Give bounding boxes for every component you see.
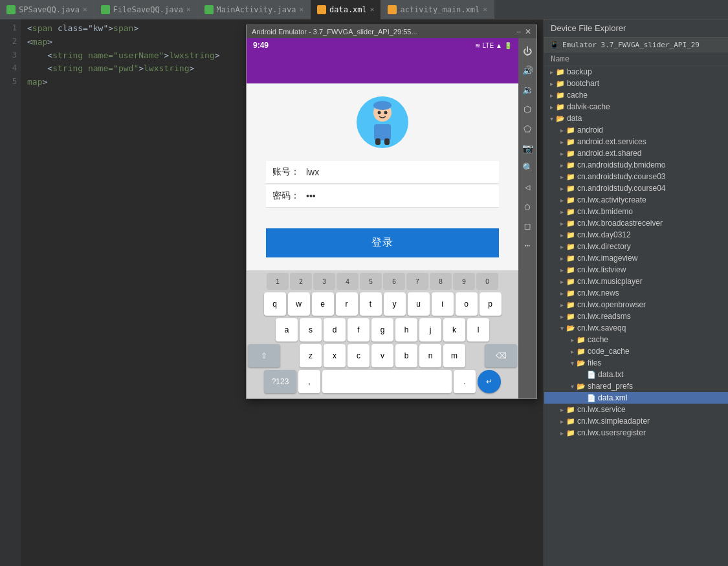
fe-item-cache[interactable]: ▸📁cache xyxy=(544,89,728,101)
back-button[interactable]: ◁ xyxy=(521,180,534,193)
comma-key[interactable]: , xyxy=(298,370,320,393)
kb-num-0[interactable]: 0 xyxy=(476,273,498,290)
close-button[interactable]: ✕ xyxy=(525,27,531,36)
fe-item-cn-lwx-saveqq[interactable]: ▾📂cn.lwx.saveqq xyxy=(544,322,728,334)
fe-item-cn-lwx-readsms[interactable]: ▸📁cn.lwx.readsms xyxy=(544,310,728,322)
tab-data_xml[interactable]: data.xml ✕ xyxy=(311,0,381,19)
enter-key[interactable]: ↵ xyxy=(478,370,501,393)
fe-item-cn-lwx-listview[interactable]: ▸📁cn.lwx.listview xyxy=(544,264,728,276)
tab-MainActivity[interactable]: MainActivity.java ✕ xyxy=(198,0,311,19)
fe-item-cn-lwx-openbrowser[interactable]: ▸📁cn.lwx.openbrowser xyxy=(544,299,728,310)
login-button[interactable]: 登录 xyxy=(266,228,499,257)
fe-item-shared_prefs[interactable]: ▾📂shared_prefs xyxy=(544,380,728,392)
fe-item-cn-lwx-musicplayer[interactable]: ▸📁cn.lwx.musicplayer xyxy=(544,276,728,287)
kb-key-y[interactable]: y xyxy=(384,292,406,316)
kb-key-j[interactable]: j xyxy=(419,318,441,342)
kb-num-4[interactable]: 4 xyxy=(336,273,358,290)
fe-item-cn-lwx-service[interactable]: ▸📁cn.lwx.service xyxy=(544,404,728,415)
camera-button[interactable]: 📷 xyxy=(521,142,534,155)
kb-num-1[interactable]: 1 xyxy=(267,273,289,290)
kb-key-c[interactable]: c xyxy=(347,344,370,367)
tab-close-data_xml[interactable]: ✕ xyxy=(370,5,375,14)
kb-key-i[interactable]: i xyxy=(432,292,454,316)
fe-item-dalvik-cache[interactable]: ▸📁dalvik-cache xyxy=(544,101,728,113)
kb-key-x[interactable]: x xyxy=(324,344,346,367)
fe-item-data-xml[interactable]: 📄data.xml xyxy=(544,392,728,404)
kb-key-v[interactable]: v xyxy=(371,344,393,367)
kb-key-s[interactable]: s xyxy=(300,318,322,342)
kb-key-t[interactable]: t xyxy=(360,292,382,316)
power-button[interactable]: ⏻ xyxy=(521,45,534,58)
fe-item-cn-lwx-news[interactable]: ▸📁cn.lwx.news xyxy=(544,287,728,299)
kb-key-g[interactable]: g xyxy=(371,318,393,342)
account-field[interactable]: 账号： lwx xyxy=(266,161,499,184)
kb-key-w[interactable]: w xyxy=(288,292,310,316)
fe-item-cn-lwx-simpleadapter[interactable]: ▸📁cn.lwx.simpleadapter xyxy=(544,415,728,427)
space-key[interactable] xyxy=(322,370,452,393)
kb-key-m[interactable]: m xyxy=(443,344,465,367)
volume-up-button[interactable]: 🔊 xyxy=(521,64,534,77)
rotate-button[interactable]: ⬡ xyxy=(521,103,534,116)
kb-key-d[interactable]: d xyxy=(324,318,346,342)
kb-key-a[interactable]: a xyxy=(276,318,298,342)
tab-close-FileSaveQQ[interactable]: ✕ xyxy=(186,5,191,14)
fe-item-cn-lwx-usersregister[interactable]: ▸📁cn.lwx.usersregister xyxy=(544,427,728,439)
home-button[interactable]: ○ xyxy=(521,200,534,213)
kb-key-h[interactable]: h xyxy=(395,318,417,342)
fe-item-cn-lwx-imageview[interactable]: ▸📁cn.lwx.imageview xyxy=(544,252,728,264)
kb-num-6[interactable]: 6 xyxy=(383,273,405,290)
kb-key-p[interactable]: p xyxy=(480,292,502,316)
tab-close-MainActivity[interactable]: ✕ xyxy=(299,5,303,14)
kb-key-u[interactable]: u xyxy=(408,292,430,316)
kb-key-z[interactable]: z xyxy=(300,344,322,367)
num-switch-key[interactable]: ?123 xyxy=(264,370,296,393)
password-field[interactable]: 密码： ••• xyxy=(266,185,499,208)
rotate2-button[interactable]: ⬠ xyxy=(521,122,534,135)
fe-item-android-ext-services[interactable]: ▸📁android.ext.services xyxy=(544,136,728,147)
fe-item-cn-lwx-activitycreate[interactable]: ▸📁cn.lwx.activitycreate xyxy=(544,194,728,206)
tab-close-SPSaveQQ[interactable]: ✕ xyxy=(83,5,87,14)
delete-key[interactable]: ⌫ xyxy=(485,344,517,367)
kb-key-k[interactable]: k xyxy=(443,318,465,342)
more-button[interactable]: ⋯ xyxy=(521,239,534,252)
kb-key-f[interactable]: f xyxy=(347,318,370,342)
kb-num-3[interactable]: 3 xyxy=(313,273,335,290)
fe-item-files[interactable]: ▾📂files xyxy=(544,357,728,369)
tab-SPSaveQQ[interactable]: SPSaveQQ.java ✕ xyxy=(0,0,94,19)
tab-activity_main_xml[interactable]: activity_main.xml ✕ xyxy=(381,0,494,19)
fe-item-cn-androidstudy-course04[interactable]: ▸📁cn.androidstudy.course04 xyxy=(544,182,728,194)
fe-item-backup[interactable]: ▸📁backup xyxy=(544,66,728,78)
period-key[interactable]: . xyxy=(454,370,476,393)
kb-key-b[interactable]: b xyxy=(395,344,417,367)
kb-key-o[interactable]: o xyxy=(456,292,478,316)
tab-FileSaveQQ[interactable]: FileSaveQQ.java ✕ xyxy=(94,0,198,19)
fe-item-android[interactable]: ▸📁android xyxy=(544,124,728,136)
kb-num-8[interactable]: 8 xyxy=(430,273,452,290)
fe-item-data-txt[interactable]: 📄data.txt xyxy=(544,369,728,380)
fe-item-cn-lwx-day0312[interactable]: ▸📁cn.lwx.day0312 xyxy=(544,229,728,241)
kb-key-r[interactable]: r xyxy=(336,292,358,316)
kb-num-5[interactable]: 5 xyxy=(360,273,382,290)
volume-down-button[interactable]: 🔉 xyxy=(521,83,534,96)
zoom-button[interactable]: 🔍 xyxy=(521,161,534,174)
kb-key-n[interactable]: n xyxy=(419,344,441,367)
fe-item-cn-lwx-directory[interactable]: ▸📁cn.lwx.directory xyxy=(544,241,728,252)
fe-item-code_cache[interactable]: ▸📁code_cache xyxy=(544,345,728,357)
fe-item-cn-lwx-bmidemo[interactable]: ▸📁cn.lwx.bmidemo xyxy=(544,206,728,217)
minimize-button[interactable]: – xyxy=(516,27,521,36)
fe-item-cn-lwx-broadcastreceiver[interactable]: ▸📁cn.lwx.broadcastreceiver xyxy=(544,217,728,229)
kb-num-9[interactable]: 9 xyxy=(453,273,475,290)
tab-close-activity_main_xml[interactable]: ✕ xyxy=(483,5,487,14)
fe-item-cn-androidstudy-course03[interactable]: ▸📁cn.androidstudy.course03 xyxy=(544,171,728,182)
shift-key[interactable]: ⇧ xyxy=(248,344,280,367)
fe-item-data[interactable]: ▾📂data xyxy=(544,113,728,124)
kb-key-l[interactable]: l xyxy=(467,318,489,342)
fe-item-cn-androidstudy-bmidemo[interactable]: ▸📁cn.androidstudy.bmidemo xyxy=(544,159,728,171)
kb-key-q[interactable]: q xyxy=(264,292,286,316)
fe-item-android-ext-shared[interactable]: ▸📁android.ext.shared xyxy=(544,147,728,159)
kb-num-2[interactable]: 2 xyxy=(290,273,312,290)
fe-item-cache[interactable]: ▸📁cache xyxy=(544,334,728,345)
square-button[interactable]: □ xyxy=(521,219,534,232)
kb-key-e[interactable]: e xyxy=(312,292,334,316)
fe-item-bootchart[interactable]: ▸📁bootchart xyxy=(544,78,728,89)
